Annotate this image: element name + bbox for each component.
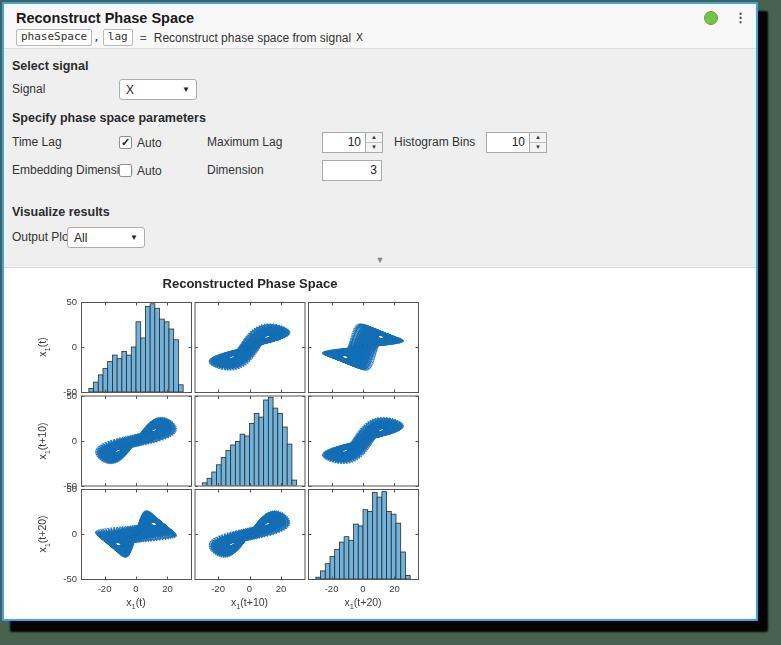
- task-output-figure: Reconstructed Phase Space 500-50x1(t)500…: [4, 268, 756, 617]
- maximum-lag-label: Maximum Lag: [207, 132, 282, 153]
- histogram-bins-spinner: 10 ▲ ▼: [486, 132, 547, 153]
- x-tick-label: -20: [203, 583, 233, 594]
- x-tick-label: 0: [121, 583, 151, 594]
- y-tick-label: 0: [51, 528, 77, 539]
- dimension-input[interactable]: 3: [322, 160, 382, 181]
- x-tick-label: 20: [379, 583, 409, 594]
- signal-dropdown[interactable]: X ▼: [119, 79, 197, 100]
- histogram-bins-label: Histogram Bins: [394, 132, 475, 153]
- signal-label: Signal: [12, 79, 45, 100]
- output-plot-dropdown[interactable]: All ▼: [67, 227, 145, 248]
- y-tick-label: 50: [51, 296, 77, 307]
- code-equals: =: [140, 31, 147, 45]
- output-variable-chip[interactable]: phaseSpace: [16, 29, 92, 46]
- y-tick-label: 0: [51, 435, 77, 446]
- time-lag-auto-checkbox[interactable]: ✓ Auto: [119, 132, 162, 153]
- dimension-label: Dimension: [207, 160, 264, 181]
- spin-down-icon[interactable]: ▼: [530, 143, 546, 152]
- x-tick-label: 20: [266, 583, 296, 594]
- code-separator: ,: [93, 31, 100, 44]
- task-code-line: phaseSpace , lag = Reconstruct phase spa…: [16, 29, 744, 46]
- phase-space-plot-canvas[interactable]: [4, 268, 756, 617]
- task-controls-panel: Select signal Signal X ▼ Specify phase s…: [4, 49, 756, 268]
- plot-title: Reconstructed Phase Space: [81, 276, 419, 291]
- code-description: Reconstruct phase space from signal: [154, 31, 351, 45]
- spin-up-icon[interactable]: ▲: [530, 133, 546, 143]
- code-signal-variable: X: [356, 31, 363, 44]
- status-indicator-icon: [704, 11, 718, 25]
- chevron-down-icon: ▼: [182, 85, 196, 94]
- chevron-down-icon: ▼: [130, 233, 144, 242]
- y-axis-label: x1(t): [36, 337, 51, 356]
- histogram-bins-input[interactable]: 10: [486, 132, 530, 153]
- checkbox-unchecked-icon: [119, 164, 132, 177]
- section-select-signal: Select signal: [12, 59, 88, 73]
- task-title: Reconstruct Phase Space: [16, 10, 704, 26]
- auto-label: Auto: [137, 164, 162, 178]
- embedding-dimension-label: Embedding Dimension: [12, 160, 133, 181]
- section-visualize: Visualize results: [12, 205, 110, 219]
- y-axis-label: x1(t+10): [36, 422, 51, 459]
- live-task-window: Reconstruct Phase Space ⋮ phaseSpace , l…: [2, 2, 758, 621]
- embedding-dimension-auto-checkbox[interactable]: Auto: [119, 160, 162, 181]
- task-menu-icon[interactable]: ⋮: [734, 12, 744, 24]
- y-tick-label: 50: [51, 390, 77, 401]
- y-tick-label: 0: [51, 341, 77, 352]
- x-axis-label: x1(t): [126, 596, 145, 611]
- x-tick-label: 0: [235, 583, 265, 594]
- y-tick-label: 50: [51, 483, 77, 494]
- signal-dropdown-value: X: [120, 83, 182, 97]
- time-lag-label: Time Lag: [12, 132, 62, 153]
- output-plot-dropdown-value: All: [68, 231, 130, 245]
- x-tick-label: 20: [152, 583, 182, 594]
- x-tick-label: -20: [317, 583, 347, 594]
- dimension-field: 3: [322, 160, 382, 181]
- x-axis-label: x1(t+20): [344, 596, 381, 611]
- spin-down-icon[interactable]: ▼: [366, 143, 382, 152]
- y-axis-label: x1(t+20): [36, 515, 51, 552]
- x-tick-label: 0: [348, 583, 378, 594]
- spin-up-icon[interactable]: ▲: [366, 133, 382, 143]
- section-parameters: Specify phase space parameters: [12, 111, 206, 125]
- maximum-lag-spinner: 10 ▲ ▼: [322, 132, 383, 153]
- output-plot-label: Output Plot: [12, 227, 72, 248]
- x-tick-label: -20: [90, 583, 120, 594]
- collapse-panel-icon[interactable]: ▼: [4, 255, 756, 265]
- auto-label: Auto: [137, 136, 162, 150]
- output-variable-chip[interactable]: lag: [103, 29, 133, 46]
- maximum-lag-input[interactable]: 10: [322, 132, 366, 153]
- y-tick-label: -50: [51, 573, 77, 584]
- task-header: Reconstruct Phase Space ⋮ phaseSpace , l…: [4, 4, 756, 49]
- checkbox-checked-icon: ✓: [119, 136, 132, 149]
- x-axis-label: x1(t+10): [231, 596, 268, 611]
